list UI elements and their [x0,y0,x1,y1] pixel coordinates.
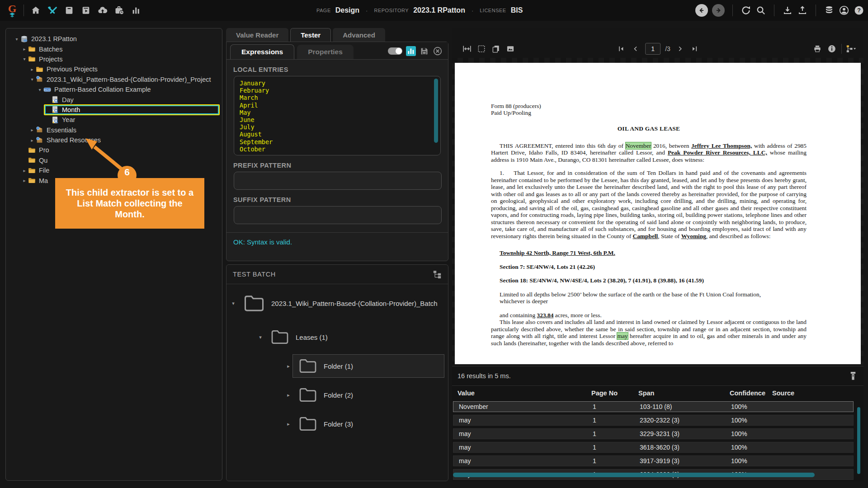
tree-item-projects[interactable]: ▾Projects [6,54,222,64]
entries-scrollbar[interactable] [434,79,438,143]
previous-page-icon[interactable] [631,44,641,54]
tree-item-day[interactable]: Day [6,94,222,104]
expander-icon[interactable]: ▸ [21,47,28,52]
hierarchy-icon[interactable] [433,270,442,279]
info-icon[interactable] [827,44,837,54]
expander-icon[interactable]: ▾ [21,56,28,61]
expander-icon[interactable]: ▸ [28,67,36,72]
cloud-upload-icon[interactable] [97,5,108,16]
batch-node-folder-2[interactable]: ▸Folder (2) [284,383,448,407]
upload-icon[interactable] [797,5,808,16]
expander-icon[interactable]: ▸ [28,138,36,143]
layout-options-icon[interactable] [846,44,856,54]
tree-item-wiki-pattern-based-project[interactable]: ▾2023.1_Wiki_Pattern-Based-(Collation-Pr… [6,75,222,84]
tree-item-shared-resources[interactable]: ▸Shared Resources [6,135,222,145]
tab-properties[interactable]: Properties [297,45,354,59]
jobs-briefcase-icon[interactable] [114,5,125,16]
tree-item-root-2023-1-rpatton[interactable]: ▾2023.1 RPatton [6,34,222,44]
repository-database-icon[interactable] [824,5,835,16]
forward-icon[interactable] [712,4,725,17]
batch-node-box[interactable]: Leases (1) [264,325,444,349]
tree-item-batches[interactable]: ▸Batches [6,44,222,54]
download-icon[interactable] [782,5,793,16]
results-chart-icon[interactable] [406,46,416,56]
image-view-icon[interactable] [505,44,515,54]
tree-item-year[interactable]: Year [6,115,222,125]
result-cell: November [459,403,488,410]
column-confidence[interactable]: Confidence [730,389,765,397]
batch-node-leases[interactable]: ▾Leases (1) [256,325,448,349]
result-row[interactable]: may13229-3231 (3)100% [453,428,854,439]
home-icon[interactable] [30,5,41,16]
expander-icon[interactable]: ▾ [28,77,36,82]
column-page-no[interactable]: Page No [591,389,618,397]
refresh-icon[interactable] [741,5,751,16]
batch-node-box[interactable]: 2023.1_Wiki_Pattern-Based-(Collation-Pro… [237,291,444,316]
first-page-icon[interactable] [616,44,626,54]
next-page-icon[interactable] [675,44,685,54]
batch-node-folder-3[interactable]: ▸Folder (3) [284,412,448,436]
tab-value-reader[interactable]: Value Reader [226,28,288,42]
last-page-icon[interactable] [689,44,699,54]
expander-icon[interactable]: ▸ [284,421,292,427]
local-entry: May [240,109,435,116]
expander-icon[interactable]: ▸ [284,392,292,398]
results-vertical-scrollbar[interactable] [857,407,860,474]
expander-icon[interactable]: ▾ [256,334,264,340]
tree-item-file[interactable]: ▸File [6,165,222,175]
result-row[interactable]: may13917-3919 (3)100% [453,455,854,466]
expander-icon[interactable]: ▾ [229,300,237,306]
column-value[interactable]: Value [458,389,475,397]
tree-item-pro[interactable]: Pro [6,145,222,155]
tree-item-month[interactable]: Month [6,105,222,115]
save-icon[interactable] [420,47,429,56]
local-entries-editor[interactable]: JanuaryFebruaryMarchAprilMayJuneJulyAugu… [234,76,441,155]
result-row[interactable]: may12320-2322 (3)100% [453,415,854,426]
back-icon[interactable] [695,4,708,17]
document-canvas[interactable]: Form 88 (producers) Paid Up/Pooling OIL … [452,58,863,364]
result-row[interactable]: may13618-3620 (3)100% [453,442,854,453]
expander-icon[interactable]: ▸ [21,178,28,183]
suffix-pattern-input[interactable] [234,206,442,224]
help-icon[interactable]: ? [854,5,864,16]
batch-node-batch-root[interactable]: ▾2023.1_Wiki_Pattern-Based-(Collation-Pr… [229,291,448,316]
batch-node-folder-1[interactable]: ▸Folder (1) [284,354,448,378]
print-icon[interactable] [812,44,822,54]
tree-item-previous-projects[interactable]: ▸Previous Projects [6,64,222,74]
batch-process-icon[interactable] [80,5,91,16]
expander-icon[interactable]: ▸ [21,168,28,173]
repository-value: 2023.1 RPatton [413,6,465,14]
column-span[interactable]: Span [638,389,654,397]
tab-expressions[interactable]: Expressions [230,44,294,59]
prefix-pattern-label: PREFIX PATTERN [233,162,448,169]
tab-tester[interactable]: Tester [290,28,331,42]
stats-chart-icon[interactable] [131,5,142,16]
results-horizontal-scrollbar[interactable] [453,473,815,477]
copy-pages-icon[interactable] [491,44,501,54]
design-tools-icon[interactable] [47,5,58,16]
close-icon[interactable] [433,46,443,56]
select-region-icon[interactable] [476,44,486,54]
tree-item-essentials[interactable]: ▸Essentials [6,125,222,135]
expander-icon[interactable]: ▾ [36,87,43,92]
batch-node-box[interactable]: Folder (1) [292,354,444,378]
options-toggle[interactable] [388,47,402,55]
batch-node-box[interactable]: Folder (3) [292,412,444,436]
page-number-input[interactable]: 1 [645,43,660,55]
fit-width-icon[interactable] [462,44,472,54]
search-icon[interactable] [755,5,766,16]
result-row[interactable]: November1103-110 (8)100% [453,401,854,412]
column-source[interactable]: Source [772,389,794,397]
grooper-logo-icon[interactable]: G [5,2,20,19]
expander-icon[interactable]: ▸ [284,363,292,369]
account-icon[interactable] [839,5,849,16]
expander-icon[interactable]: ▾ [13,37,20,42]
flashlight-icon[interactable] [849,371,857,381]
tab-advanced[interactable]: Advanced [333,28,385,42]
batches-box-icon[interactable] [64,5,75,16]
batch-node-box[interactable]: Folder (2) [292,383,444,407]
prefix-pattern-input[interactable] [234,172,442,190]
tree-item-pattern-based-collation-example[interactable]: ▾0123Pattern-Based Collation Example [6,84,222,94]
tree-item-qu[interactable]: Qu [6,155,222,165]
expander-icon[interactable]: ▸ [28,127,36,132]
